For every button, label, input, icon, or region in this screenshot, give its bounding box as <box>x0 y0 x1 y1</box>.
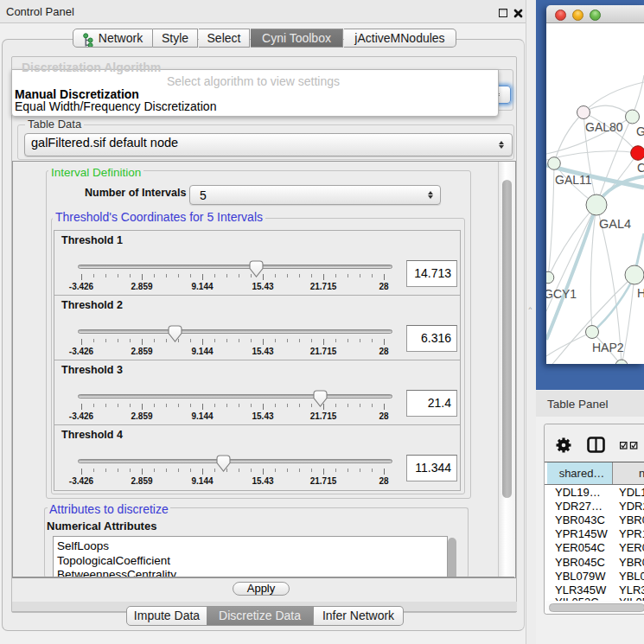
svg-text:HI: HI <box>637 286 644 300</box>
svg-text:GA: GA <box>636 124 644 138</box>
svg-text:HAP2: HAP2 <box>592 341 624 354</box>
svg-text:GAL4: GAL4 <box>599 217 631 231</box>
svg-text:GAL11: GAL11 <box>555 173 592 187</box>
svg-text:C: C <box>637 161 644 175</box>
svg-text:GCY1: GCY1 <box>546 287 577 301</box>
svg-text:GAL80: GAL80 <box>585 120 623 134</box>
